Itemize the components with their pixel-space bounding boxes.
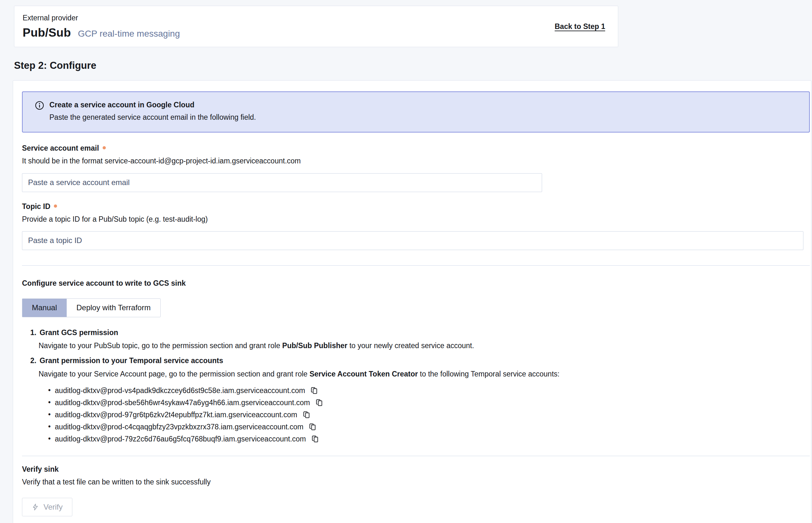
verify-sink-heading: Verify sink <box>22 465 809 474</box>
step-number: 1. <box>30 327 36 338</box>
provider-subtitle: GCP real-time messaging <box>78 29 180 39</box>
zap-icon <box>32 503 39 511</box>
section-divider <box>22 456 810 456</box>
alert-body: Paste the generated service account emai… <box>49 112 256 122</box>
step-body-text: to the following Temporal service accoun… <box>418 370 559 378</box>
provider-label: External provider <box>23 14 180 22</box>
step-body: Navigate to your Service Account page, g… <box>38 369 809 379</box>
service-account-email: auditlog-dktxv@prod-c4cqaqgbfzy23vpzkbxz… <box>55 423 303 431</box>
topic-id-label: Topic ID <box>22 202 50 211</box>
page-title: Step 2: Configure <box>14 60 812 71</box>
configure-steps: 1. Grant GCS permission Navigate to your… <box>30 327 809 445</box>
tab-manual[interactable]: Manual <box>22 299 67 317</box>
copy-icon[interactable] <box>302 411 311 419</box>
verify-button[interactable]: Verify <box>22 498 72 516</box>
step-body-text: to your newly created service account. <box>347 341 474 350</box>
copy-icon[interactable] <box>308 423 317 431</box>
step-title: Grant GCS permission <box>39 327 118 338</box>
service-account-item: • auditlog-dktxv@prod-79z2c6d76au6g5fcq7… <box>48 433 809 445</box>
topic-id-input[interactable] <box>22 231 804 250</box>
service-account-email: auditlog-dktxv@prod-sbe56h6wr4sykaw47a6y… <box>55 398 310 407</box>
service-account-email-label: Service account email <box>22 144 99 152</box>
service-account-email-help: It should be in the format service-accou… <box>22 156 809 166</box>
tab-deploy-terraform[interactable]: Deploy with Terraform <box>67 299 160 317</box>
role-name: Pub/Sub Publisher <box>282 341 347 350</box>
service-account-item: • auditlog-dktxv@prod-vs4padk9dkczcey6d6… <box>48 384 809 397</box>
service-account-item: • auditlog-dktxv@prod-97gr6tp6zkv2t4epub… <box>48 409 809 421</box>
service-account-email-input[interactable] <box>22 173 542 192</box>
copy-icon[interactable] <box>310 386 318 395</box>
service-account-email: auditlog-dktxv@prod-vs4padk9dkczcey6d6st… <box>55 386 305 395</box>
required-dot <box>54 204 57 208</box>
bullet: • <box>48 423 51 430</box>
configure-section-heading: Configure service account to write to GC… <box>22 279 809 288</box>
service-account-list: • auditlog-dktxv@prod-vs4padk9dkczcey6d6… <box>48 384 809 445</box>
section-divider <box>22 265 810 266</box>
step-grant-gcs-permission: 1. Grant GCS permission Navigate to your… <box>30 327 809 351</box>
step-grant-temporal-permission: 2. Grant permission to your Temporal ser… <box>30 356 809 445</box>
alert-title: Create a service account in Google Cloud <box>49 100 256 110</box>
bullet: • <box>48 435 51 443</box>
info-alert: Create a service account in Google Cloud… <box>22 91 810 132</box>
step-body: Navigate to your PubSub topic, go to the… <box>38 341 809 351</box>
step-number: 2. <box>30 356 36 366</box>
step-body-text: Navigate to your Service Account page, g… <box>38 370 310 378</box>
bullet: • <box>48 399 51 406</box>
copy-icon[interactable] <box>311 435 319 444</box>
step-body-text: Navigate to your PubSub topic, go to the… <box>38 341 282 350</box>
required-dot <box>103 146 106 149</box>
copy-icon[interactable] <box>315 398 323 407</box>
configure-card: Create a service account in Google Cloud… <box>13 80 811 523</box>
bullet: • <box>48 387 51 394</box>
topic-id-help: Provide a topic ID for a Pub/Sub topic (… <box>22 214 809 224</box>
role-name: Service Account Token Creator <box>310 370 418 378</box>
configure-tab-bar: Manual Deploy with Terraform <box>22 299 161 317</box>
provider-name: Pub/Sub <box>23 26 71 39</box>
service-account-item: • auditlog-dktxv@prod-sbe56h6wr4sykaw47a… <box>48 397 809 409</box>
provider-info: External provider Pub/Sub GCP real-time … <box>23 14 180 39</box>
info-icon <box>35 100 44 122</box>
service-account-email: auditlog-dktxv@prod-79z2c6d76au6g5fcq768… <box>55 435 306 444</box>
verify-button-label: Verify <box>43 503 63 511</box>
bullet: • <box>48 411 51 418</box>
service-account-item: • auditlog-dktxv@prod-c4cqaqgbfzy23vpzkb… <box>48 421 809 433</box>
service-account-email: auditlog-dktxv@prod-97gr6tp6zkv2t4epubff… <box>55 411 297 419</box>
verify-sink-description: Verify that a test file can be written t… <box>22 477 809 487</box>
provider-card: External provider Pub/Sub GCP real-time … <box>14 6 618 47</box>
back-to-step1-link[interactable]: Back to Step 1 <box>555 22 605 31</box>
step-title: Grant permission to your Temporal servic… <box>39 356 223 366</box>
